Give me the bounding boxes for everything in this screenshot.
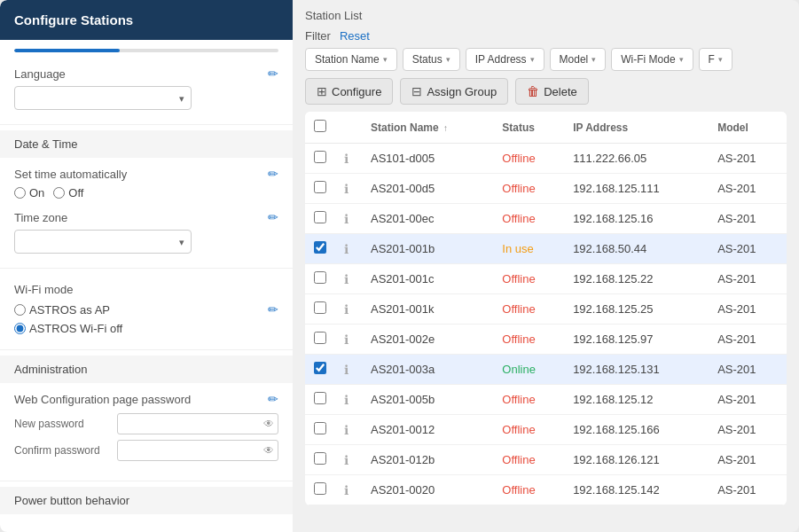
row-checkbox[interactable] (314, 241, 326, 254)
filter-wifi-label: Wi-Fi Mode (621, 53, 675, 66)
filter-label: Filter (305, 29, 331, 43)
panel-title: Configure Stations (0, 0, 293, 40)
row-info-cell: ℹ (335, 174, 362, 204)
info-icon[interactable]: ℹ (344, 453, 349, 467)
sort-arrow: ↑ (443, 123, 448, 133)
language-edit-icon[interactable]: ✏ (268, 66, 278, 81)
table-row: ℹ AS201-012b Offline 192.168.126.121 AS-… (305, 445, 787, 475)
filter-model-label: Model (560, 53, 589, 66)
language-select[interactable] (14, 86, 192, 110)
filter-extra-chevron: ▾ (718, 55, 723, 64)
assign-group-button[interactable]: ⊟ Assign Group (400, 78, 508, 105)
filter-extra-label: F (709, 53, 715, 66)
filter-status[interactable]: Status ▾ (403, 48, 460, 71)
wifi-edit-icon[interactable]: ✏ (268, 302, 278, 317)
table-row: ℹ AS201-0020 Offline 192.168.125.142 AS-… (305, 475, 787, 505)
row-checkbox[interactable] (314, 452, 326, 465)
table-row: ℹ AS201-002e Offline 192.168.125.97 AS-2… (305, 325, 787, 355)
row-ip: 111.222.66.05 (564, 144, 709, 174)
timezone-label: Time zone (14, 211, 67, 224)
row-checkbox[interactable] (314, 392, 326, 404)
th-ip: IP Address (564, 112, 709, 144)
reset-button[interactable]: Reset (340, 29, 370, 43)
radio-on[interactable]: On (14, 186, 44, 200)
row-model: AS-201 (709, 204, 787, 234)
table-row: ℹ AS201-005b Offline 192.168.125.12 AS-2… (305, 385, 787, 415)
row-model: AS-201 (709, 475, 787, 505)
power-header: Power button behavior (0, 487, 293, 514)
confirm-password-eye-icon[interactable]: 👁 (263, 444, 274, 457)
wifi-off-label: ASTROS Wi-Fi off (29, 322, 122, 335)
filter-wifi-mode[interactable]: Wi-Fi Mode ▾ (611, 48, 693, 71)
row-info-cell: ℹ (335, 475, 362, 505)
filter-ip-chevron: ▾ (530, 55, 535, 64)
info-icon[interactable]: ℹ (344, 332, 349, 347)
assign-icon: ⊟ (411, 84, 422, 98)
row-checkbox[interactable] (314, 211, 326, 223)
language-section: Language ✏ (0, 58, 293, 119)
row-checkbox[interactable] (314, 301, 326, 314)
delete-button[interactable]: 🗑 Delete (515, 78, 589, 105)
row-info-cell: ℹ (335, 415, 362, 445)
row-checkbox[interactable] (314, 151, 326, 163)
timezone-edit-icon[interactable]: ✏ (268, 210, 278, 224)
row-ip: 192.168.125.22 (564, 264, 709, 294)
info-icon[interactable]: ℹ (344, 182, 349, 196)
row-checkbox[interactable] (314, 422, 326, 434)
row-checkbox[interactable] (314, 271, 326, 284)
th-checkbox (305, 112, 335, 144)
wifi-mode-label: Wi-Fi mode (14, 283, 122, 296)
new-password-input[interactable] (117, 413, 278, 434)
row-info-cell: ℹ (335, 325, 362, 355)
filter-model[interactable]: Model ▾ (550, 48, 607, 71)
row-checkbox[interactable] (314, 332, 326, 344)
info-icon[interactable]: ℹ (344, 363, 349, 377)
th-model: Model (709, 112, 787, 144)
row-status: Offline (493, 144, 564, 174)
configure-button[interactable]: ⊞ Configure (305, 78, 393, 105)
confirm-password-input[interactable] (117, 440, 278, 461)
info-icon[interactable]: ℹ (344, 242, 349, 256)
wifi-off-radio[interactable] (14, 323, 26, 334)
info-icon[interactable]: ℹ (344, 302, 349, 317)
password-edit-icon[interactable]: ✏ (268, 392, 278, 406)
radio-off[interactable]: Off (53, 186, 83, 200)
row-info-cell: ℹ (335, 264, 362, 294)
info-icon[interactable]: ℹ (344, 393, 349, 407)
row-status: Online (493, 355, 564, 385)
row-status: Offline (493, 204, 564, 234)
row-info-cell: ℹ (335, 144, 362, 174)
info-icon[interactable]: ℹ (344, 423, 349, 437)
table-row: ℹ AS201-00d5 Offline 192.168.125.111 AS-… (305, 174, 787, 204)
select-all-checkbox[interactable] (314, 120, 326, 132)
info-icon[interactable]: ℹ (344, 212, 349, 226)
row-checkbox-cell (305, 144, 335, 174)
info-icon[interactable]: ℹ (344, 272, 349, 286)
info-icon[interactable]: ℹ (344, 152, 349, 166)
row-checkbox[interactable] (314, 181, 326, 193)
table-row: ℹ AS201-001b In use 192.168.50.44 AS-201 (305, 234, 787, 264)
radio-off-input[interactable] (53, 187, 65, 199)
table-row: ℹ AS201-003a Online 192.168.125.131 AS-2… (305, 355, 787, 385)
row-checkbox[interactable] (314, 362, 326, 374)
filter-ip-address[interactable]: IP Address ▾ (466, 48, 544, 71)
info-icon[interactable]: ℹ (344, 483, 349, 497)
row-model: AS-201 (709, 264, 787, 294)
wifi-option-ap[interactable]: ASTROS as AP (14, 303, 122, 317)
filter-station-name[interactable]: Station Name ▾ (305, 48, 397, 71)
new-password-eye-icon[interactable]: 👁 (263, 418, 274, 430)
radio-on-input[interactable] (14, 187, 26, 199)
row-info-cell: ℹ (335, 294, 362, 325)
row-ip: 192.168.126.121 (564, 445, 709, 475)
timezone-select[interactable] (14, 230, 192, 254)
off-label: Off (68, 186, 83, 200)
wifi-ap-radio[interactable] (14, 304, 26, 316)
column-filters: Station Name ▾ Status ▾ IP Address ▾ Mod… (293, 48, 799, 78)
row-checkbox[interactable] (314, 482, 326, 495)
filter-bar: Filter Reset (293, 26, 799, 48)
wifi-option-off[interactable]: ASTROS Wi-Fi off (14, 322, 122, 335)
set-time-edit-icon[interactable]: ✏ (268, 167, 278, 181)
row-station-name: AS201-001b (362, 234, 493, 264)
filter-extra[interactable]: F ▾ (699, 48, 732, 71)
language-select-wrap (14, 86, 192, 110)
